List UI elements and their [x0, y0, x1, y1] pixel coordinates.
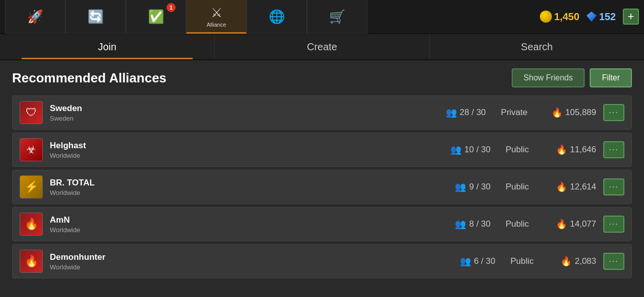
- people-icon: 👥: [455, 219, 466, 230]
- nav-btn-rocket[interactable]: 🚀: [5, 0, 65, 34]
- power-icon: 🔥: [556, 144, 567, 155]
- stat-members: 👥 9 / 30: [455, 181, 491, 192]
- tasks-icon: ✅: [148, 9, 164, 25]
- alliance-name: Helghast: [50, 141, 450, 151]
- alliance-row: 🔥 AmN Worldwide 👥 8 / 30 Public 🔥 14,077…: [12, 207, 632, 241]
- tab-create-label: Create: [307, 41, 337, 53]
- emblem-icon: 🔥: [25, 255, 38, 268]
- emblem-icon: 🔥: [25, 218, 38, 231]
- alliance-stats: 👥 10 / 30 Public 🔥 11,646: [450, 144, 596, 155]
- alliance-stats: 👥 8 / 30 Public 🔥 14,077: [455, 219, 596, 230]
- stat-members: 👥 8 / 30: [455, 219, 491, 230]
- diamond-icon: [587, 12, 597, 22]
- alliance-name: BR. TOTAL: [50, 178, 455, 188]
- alliance-row: 🔥 Demonhunter Worldwide 👥 6 / 30 Public …: [12, 244, 632, 278]
- alliance-info: Helghast Worldwide: [50, 141, 450, 159]
- content-header: Recommended Alliances Show Friends Filte…: [12, 68, 632, 87]
- people-icon: 👥: [460, 256, 471, 267]
- alliance-emblem: ⚡: [20, 175, 43, 199]
- header-buttons: Show Friends Filter: [512, 68, 632, 87]
- alliance-emblem: 🔥: [20, 250, 43, 273]
- power-icon: 🔥: [556, 219, 567, 230]
- stat-members: 👥 6 / 30: [460, 256, 496, 267]
- alliance-list: 🛡 Sweden Sweden 👥 28 / 30 Private 🔥 105,…: [12, 95, 632, 278]
- nav-icon-group: 🚀 🔄 ✅ 1 ⚔ Alliance 🌐 🛒: [5, 0, 540, 34]
- members-value: 8 / 30: [469, 219, 491, 229]
- alliance-info: Demonhunter Worldwide: [50, 252, 460, 271]
- tabs-bar: Join Create Search: [0, 34, 644, 60]
- members-value: 9 / 30: [469, 182, 491, 192]
- nav-btn-globe[interactable]: 🌐: [247, 0, 307, 34]
- section-title: Recommended Alliances: [12, 70, 167, 86]
- members-value: 10 / 30: [464, 145, 491, 155]
- diamond-value: 152: [599, 11, 616, 23]
- alliance-emblem: ☣: [20, 138, 43, 161]
- nav-btn-tasks[interactable]: ✅ 1: [126, 0, 186, 34]
- stat-privacy: Private: [501, 108, 536, 118]
- tab-search-label: Search: [521, 41, 552, 53]
- alliance-stats: 👥 9 / 30 Public 🔥 12,614: [455, 181, 596, 192]
- alliance-region: Worldwide: [50, 263, 460, 271]
- filter-button[interactable]: Filter: [590, 68, 632, 87]
- alliance-region: Worldwide: [50, 152, 450, 159]
- stat-power: 🔥 14,077: [556, 219, 596, 230]
- alliance-name: Demonhunter: [50, 252, 460, 262]
- stat-privacy: Public: [510, 256, 545, 266]
- more-options-button[interactable]: ···: [603, 253, 624, 270]
- alliance-region: Worldwide: [50, 226, 455, 234]
- alliance-icon: ⚔: [211, 5, 222, 21]
- nav-btn-alliance[interactable]: ⚔ Alliance: [186, 0, 247, 34]
- more-options-button[interactable]: ···: [603, 141, 624, 158]
- members-value: 28 / 30: [460, 108, 486, 118]
- gold-value: 1,450: [554, 11, 580, 23]
- show-friends-button[interactable]: Show Friends: [512, 68, 585, 87]
- tab-join[interactable]: Join: [0, 34, 215, 59]
- power-value: 11,646: [570, 145, 596, 155]
- stat-privacy: Public: [506, 145, 541, 155]
- power-icon: 🔥: [556, 181, 567, 192]
- top-navigation: 🚀 🔄 ✅ 1 ⚔ Alliance 🌐 🛒 1,450 152 +: [0, 0, 644, 34]
- add-currency-button[interactable]: +: [623, 9, 639, 25]
- emblem-icon: 🛡: [26, 106, 37, 119]
- stat-members: 👥 28 / 30: [446, 107, 486, 118]
- alliance-emblem: 🔥: [20, 213, 43, 236]
- emblem-icon: ⚡: [25, 180, 38, 193]
- tab-join-label: Join: [98, 41, 117, 53]
- tasks-badge: 1: [167, 3, 176, 12]
- alliance-name: Sweden: [50, 104, 446, 114]
- stat-privacy: Public: [506, 219, 541, 229]
- more-options-button[interactable]: ···: [603, 216, 624, 233]
- alliance-info: BR. TOTAL Worldwide: [50, 178, 455, 196]
- rocket-icon: 🚀: [27, 9, 43, 25]
- more-options-button[interactable]: ···: [603, 178, 624, 195]
- diamond-display: 152: [587, 11, 616, 23]
- alliance-nav-label: Alliance: [207, 22, 226, 28]
- people-icon: 👥: [446, 107, 457, 118]
- nav-btn-refresh[interactable]: 🔄: [65, 0, 126, 34]
- power-icon: 🔥: [551, 107, 562, 118]
- alliance-name: AmN: [50, 215, 455, 225]
- members-value: 6 / 30: [474, 256, 496, 266]
- emblem-icon: ☣: [26, 143, 36, 156]
- stat-members: 👥 10 / 30: [450, 144, 491, 155]
- stat-power: 🔥 11,646: [556, 144, 596, 155]
- alliance-region: Worldwide: [50, 189, 455, 196]
- more-options-button[interactable]: ···: [603, 104, 624, 121]
- shop-icon: 🛒: [329, 9, 345, 25]
- people-icon: 👥: [455, 181, 466, 192]
- stat-power: 🔥 105,889: [551, 107, 596, 118]
- alliance-row: 🛡 Sweden Sweden 👥 28 / 30 Private 🔥 105,…: [12, 95, 632, 130]
- tab-search[interactable]: Search: [430, 34, 644, 59]
- alliance-info: AmN Worldwide: [50, 215, 455, 234]
- alliance-stats: 👥 28 / 30 Private 🔥 105,889: [446, 107, 596, 118]
- nav-btn-shop[interactable]: 🛒: [307, 0, 367, 34]
- globe-icon: 🌐: [269, 9, 285, 25]
- alliance-stats: 👥 6 / 30 Public 🔥 2,083: [460, 256, 596, 267]
- people-icon: 👥: [450, 144, 461, 155]
- tab-create[interactable]: Create: [215, 34, 430, 59]
- main-content: Recommended Alliances Show Friends Filte…: [0, 60, 644, 286]
- power-value: 105,889: [566, 108, 596, 118]
- alliance-region: Sweden: [50, 115, 446, 122]
- coin-icon: [540, 11, 552, 23]
- stat-power: 🔥 12,614: [556, 181, 596, 192]
